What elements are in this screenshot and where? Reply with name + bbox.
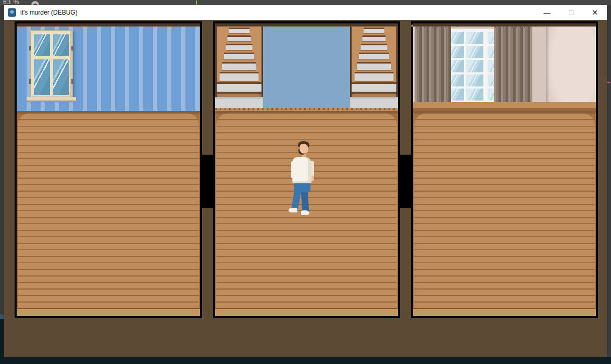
character-jeans bbox=[294, 182, 310, 192]
maximize-button[interactable] bbox=[559, 5, 583, 20]
window-hinge-icon bbox=[71, 46, 73, 51]
staircase-left[interactable] bbox=[215, 23, 263, 97]
room-left-striped-bedroom[interactable] bbox=[15, 21, 202, 318]
editor-right-edge bbox=[607, 5, 611, 357]
character-shoe bbox=[289, 208, 297, 212]
godot-app-icon bbox=[8, 8, 16, 17]
wood-floor bbox=[17, 114, 200, 308]
staircase-right[interactable] bbox=[350, 23, 398, 97]
curtain-right bbox=[494, 27, 532, 111]
zoom-percentage-label: 63 % bbox=[3, 0, 19, 5]
window-hinge-icon bbox=[29, 79, 31, 84]
maximize-icon bbox=[569, 10, 573, 15]
editor-left-blue-highlight bbox=[0, 315, 4, 319]
game-viewport[interactable] bbox=[4, 20, 607, 357]
room-right-curtain-lounge[interactable] bbox=[411, 21, 598, 318]
window-controls: — ✕ bbox=[535, 5, 607, 20]
desktop-screen: 63 % + it's murder (DEBUG) — ✕ bbox=[0, 0, 611, 364]
left-room-window bbox=[30, 30, 73, 99]
window-title: it's murder (DEBUG) bbox=[20, 9, 78, 16]
baseboard-left bbox=[215, 97, 263, 108]
character-shoe bbox=[301, 210, 309, 215]
character-shirt bbox=[293, 157, 311, 183]
editor-backdrop-strip: 63 % + bbox=[0, 0, 611, 5]
window-titlebar[interactable]: it's murder (DEBUG) — ✕ bbox=[4, 5, 607, 20]
window-panes bbox=[34, 34, 69, 95]
striped-wallpaper bbox=[17, 23, 200, 111]
green-marker-icon bbox=[196, 1, 197, 5]
window-sill bbox=[27, 97, 76, 102]
minimize-button[interactable]: — bbox=[535, 5, 559, 20]
player-character bbox=[285, 141, 319, 215]
plus-icon[interactable]: + bbox=[31, 1, 39, 5]
baseboard bbox=[413, 102, 596, 111]
wood-floor bbox=[413, 114, 596, 308]
character-face bbox=[300, 144, 308, 154]
wall-corner bbox=[546, 23, 596, 111]
close-button[interactable]: ✕ bbox=[583, 5, 607, 20]
editor-left-edge bbox=[0, 5, 4, 315]
game-window: it's murder (DEBUG) — ✕ bbox=[4, 5, 607, 357]
passage-right bbox=[399, 155, 412, 208]
baseboard-right bbox=[350, 97, 398, 108]
stair-hall-wall bbox=[215, 23, 398, 111]
passage-left bbox=[201, 155, 214, 208]
curtain-left bbox=[415, 27, 451, 111]
window-hinge-icon bbox=[29, 46, 31, 51]
window-hinge-icon bbox=[71, 79, 73, 84]
beige-wall bbox=[413, 23, 596, 111]
